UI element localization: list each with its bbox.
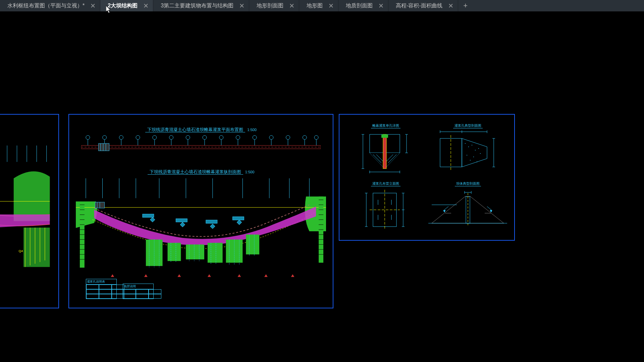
svg-point-36 xyxy=(286,135,290,139)
svg-rect-72 xyxy=(226,240,243,263)
drawing-canvas[interactable]: Q4 下坝线沥青混凝土心墙石渣坝帷幕灌浆平面布置图1:500 下坝线沥青混凝土心… xyxy=(0,11,644,362)
close-icon[interactable] xyxy=(91,3,95,8)
svg-point-137 xyxy=(475,150,476,150)
drawing-title-1: 下坝线沥青混凝土心墙石渣坝帷幕灌浆平面布置图1:500 xyxy=(69,127,333,133)
close-icon[interactable] xyxy=(144,3,148,8)
svg-line-175 xyxy=(443,206,448,210)
drawing-sheet-left: Q4 xyxy=(0,114,59,308)
svg-point-12 xyxy=(86,135,90,139)
close-icon[interactable] xyxy=(289,3,294,8)
close-icon[interactable] xyxy=(379,3,383,8)
svg-point-30 xyxy=(236,135,240,139)
svg-point-20 xyxy=(153,135,157,139)
drawing-sheet-main: 下坝线沥青混凝土心墙石渣坝帷幕灌浆平面布置图1:500 下坝线沥青混凝土心墙石渣… xyxy=(68,114,333,308)
tab-3[interactable]: 3第二主要建筑物布置与结构图 xyxy=(153,0,249,11)
svg-point-134 xyxy=(465,143,466,144)
svg-point-22 xyxy=(169,135,173,139)
svg-rect-44 xyxy=(99,143,109,151)
tab-label: 地形剖面图 xyxy=(257,2,283,9)
svg-rect-123 xyxy=(383,134,386,169)
svg-point-141 xyxy=(470,160,471,161)
svg-rect-63 xyxy=(237,220,241,225)
svg-point-143 xyxy=(477,162,477,162)
svg-point-24 xyxy=(186,135,190,139)
close-icon[interactable] xyxy=(239,3,244,8)
longitudinal-section xyxy=(76,178,326,281)
detail-4: 坝体典型剖面图 xyxy=(425,180,511,234)
svg-point-140 xyxy=(467,155,467,156)
tab-label: 地形图 xyxy=(307,2,323,9)
svg-rect-62 xyxy=(210,224,215,229)
svg-rect-64 xyxy=(143,214,154,218)
plus-icon: + xyxy=(463,1,468,10)
svg-rect-124 xyxy=(381,134,388,138)
svg-rect-67 xyxy=(232,217,244,220)
svg-text:Q4: Q4 xyxy=(18,249,23,253)
svg-point-34 xyxy=(269,135,273,139)
close-icon[interactable] xyxy=(448,3,453,8)
drawing-sheet-details: 帷幕灌浆单孔详图 灌浆孔典型剖面图 xyxy=(339,114,515,241)
tab-label: 高程-容积-面积曲线 xyxy=(396,2,442,9)
drawing-title-2: 下坝线沥青混凝土心墙石渣坝帷幕灌浆纵剖面图1:500 xyxy=(69,169,333,175)
svg-point-135 xyxy=(468,146,469,147)
legend-table-2: 地层说明 xyxy=(123,284,154,299)
tab-label: 水利枢纽布置图（平面与立视）* xyxy=(7,2,85,9)
tab-label: 2大坝结构图 xyxy=(108,2,138,9)
svg-point-138 xyxy=(478,148,479,149)
svg-rect-61 xyxy=(180,222,185,227)
tab-label: 3第二主要建筑物布置与结构图 xyxy=(161,2,233,9)
svg-point-18 xyxy=(136,135,140,139)
tab-4[interactable]: 地形剖面图 xyxy=(249,0,299,11)
detail-3: 灌浆孔布置立面图 xyxy=(350,180,422,234)
svg-rect-71 xyxy=(208,243,223,262)
tab-5[interactable]: 地形图 xyxy=(299,0,338,11)
svg-point-142 xyxy=(473,157,474,157)
tab-7[interactable]: 高程-容积-面积曲线 xyxy=(388,0,458,11)
tab-1[interactable]: 水利枢纽布置图（平面与立视）* xyxy=(0,0,100,11)
tab-6[interactable]: 地质剖面图 xyxy=(338,0,388,11)
tab-2[interactable]: 2大坝结构图 xyxy=(100,0,153,11)
tab-bar: 水利枢纽布置图（平面与立视）* 2大坝结构图 3第二主要建筑物布置与结构图 地形… xyxy=(0,0,644,12)
svg-rect-5 xyxy=(23,228,50,267)
detail-2: 灌浆孔典型剖面图 xyxy=(430,122,505,176)
svg-rect-66 xyxy=(206,220,217,223)
new-tab-button[interactable]: + xyxy=(458,0,473,11)
svg-point-38 xyxy=(303,135,307,139)
plan-view xyxy=(81,134,321,153)
svg-rect-69 xyxy=(168,243,181,261)
svg-point-14 xyxy=(103,135,107,139)
svg-rect-70 xyxy=(186,244,204,259)
svg-rect-65 xyxy=(176,219,187,222)
svg-point-139 xyxy=(480,153,481,154)
dam-section-svg: Q4 xyxy=(0,115,58,308)
svg-point-32 xyxy=(253,135,257,139)
tab-label: 地质剖面图 xyxy=(346,2,373,9)
svg-rect-60 xyxy=(150,217,155,222)
svg-point-16 xyxy=(119,135,123,139)
svg-point-40 xyxy=(314,135,318,139)
svg-point-136 xyxy=(472,145,472,145)
detail-1: 帷幕灌浆单孔详图 xyxy=(350,122,422,176)
svg-point-28 xyxy=(219,135,223,139)
legend-table-1: 灌浆孔说明表 xyxy=(86,279,117,299)
svg-line-176 xyxy=(487,206,492,210)
svg-rect-73 xyxy=(246,235,259,254)
close-icon[interactable] xyxy=(329,3,333,8)
svg-point-26 xyxy=(203,135,207,139)
